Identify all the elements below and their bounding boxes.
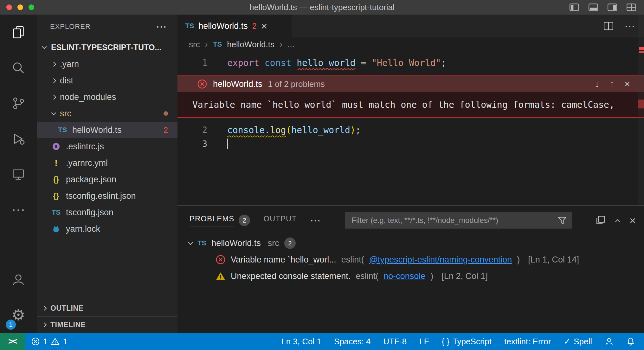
problems-tree: TS helloWorld.ts src 2 Variable name `he… — [177, 235, 644, 284]
code-line-2[interactable]: 2 console.log(hello_world); — [177, 123, 644, 137]
outline-section[interactable]: OUTLINE — [37, 300, 177, 316]
item-label: package.json — [66, 175, 116, 185]
sidebar-item-dist[interactable]: dist — [37, 72, 177, 89]
sidebar-item-eslintrc-js[interactable]: .eslintrc.js — [37, 138, 177, 155]
chevron-down-icon — [51, 110, 56, 115]
status-bar: >< 1 1 Ln 3, Col 1 Spaces: 4 UTF-8 LF { … — [0, 333, 644, 350]
problem-row-error[interactable]: Variable name `hello_worl... eslint(@typ… — [177, 251, 644, 268]
tab-output[interactable]: OUTPUT — [263, 214, 297, 226]
timeline-section[interactable]: TIMELINE — [37, 316, 177, 333]
code-line-1[interactable]: 1 export const hello_world = "Hello Worl… — [177, 56, 644, 70]
toggle-panel-icon[interactable] — [588, 3, 598, 11]
language-mode-status[interactable]: { } TypeScript — [435, 333, 498, 350]
customize-layout-icon[interactable] — [626, 3, 636, 11]
minimize-window-button[interactable] — [17, 4, 23, 10]
rule-link[interactable]: @typescript-eslint/naming-convention — [369, 255, 512, 265]
problems-status[interactable]: 1 1 — [25, 333, 74, 350]
cursor-position-status[interactable]: Ln 3, Col 1 — [275, 333, 328, 350]
explorer-title: EXPLORER — [50, 23, 91, 31]
sidebar-item-package-json[interactable]: {} package.json — [37, 171, 177, 188]
close-window-button[interactable] — [6, 4, 12, 10]
sidebar-item-src[interactable]: src — [37, 105, 177, 122]
indentation-status[interactable]: Spaces: 4 — [328, 333, 377, 350]
remote-indicator[interactable]: >< — [0, 333, 25, 350]
tab-label: helloWorld.ts — [198, 21, 248, 31]
close-panel-icon[interactable]: × — [629, 215, 636, 226]
notifications-bell-icon[interactable] — [620, 333, 641, 350]
sidebar-item-yarn-folder[interactable]: .yarn — [37, 56, 177, 72]
chevron-down-icon — [188, 240, 193, 245]
breadcrumb-folder[interactable]: src — [189, 40, 200, 49]
additional-views-icon[interactable]: ⋯ — [0, 192, 37, 228]
previous-problem-icon[interactable]: ↑ — [609, 79, 614, 89]
chevron-right-icon — [42, 306, 47, 311]
tab-problems[interactable]: PROBLEMS 2 — [190, 214, 250, 226]
tab-helloworld-ts[interactable]: TS helloWorld.ts 2 × — [177, 15, 292, 37]
explorer-more-icon[interactable]: ⋯ — [156, 24, 167, 29]
code-text: export const hello_world = "Hello World"… — [227, 58, 446, 68]
peek-message: Variable name `hello_world` must match o… — [177, 92, 644, 117]
sidebar-item-tsconfig-eslint-json[interactable]: {} tsconfig.eslint.json — [37, 188, 177, 204]
code-line-3[interactable]: 3 — [177, 137, 644, 151]
yarn-icon — [51, 224, 61, 233]
problem-source-close: ) — [517, 255, 520, 265]
sidebar-item-node-modules[interactable]: node_modules — [37, 89, 177, 105]
feedback-icon[interactable] — [598, 333, 620, 350]
split-editor-icon[interactable] — [603, 21, 614, 31]
source-control-icon[interactable] — [0, 86, 37, 121]
warning-icon — [216, 271, 226, 281]
code-text — [227, 139, 228, 149]
error-icon — [216, 255, 226, 265]
sidebar-item-yarn-lock[interactable]: yarn.lock — [37, 221, 177, 237]
ts-file-icon: TS — [197, 239, 206, 247]
spell-status[interactable]: ✓ Spell — [557, 333, 598, 350]
settings-badge: 1 — [6, 320, 16, 330]
breadcrumb-file[interactable]: helloWorld.ts — [227, 40, 274, 49]
explorer-icon[interactable] — [0, 15, 37, 50]
sidebar-item-tsconfig-json[interactable]: TS tsconfig.json — [37, 204, 177, 221]
next-problem-icon[interactable]: ↓ — [595, 79, 599, 89]
settings-gear-icon[interactable]: ⚙ 1 — [0, 297, 37, 333]
run-debug-icon[interactable] — [0, 121, 37, 157]
line-number-active[interactable]: 3 — [177, 139, 207, 149]
breadcrumb-symbol[interactable]: ... — [287, 40, 294, 49]
collapse-all-icon[interactable] — [596, 215, 606, 225]
sidebar-item-helloworld-ts[interactable]: TS helloWorld.ts 2 — [37, 122, 177, 138]
group-file-name: helloWorld.ts — [211, 238, 261, 248]
title-bar: helloWorld.ts — eslint-typescript-tutori… — [0, 0, 644, 15]
eslint-icon — [51, 143, 61, 150]
problems-filter-input[interactable] — [351, 216, 557, 225]
section-label: OUTLINE — [50, 304, 83, 313]
search-icon[interactable] — [0, 50, 37, 86]
line-number[interactable]: 2 — [177, 125, 207, 135]
chevron-right-icon — [51, 62, 56, 67]
remote-explorer-icon[interactable] — [0, 157, 37, 192]
close-peek-icon[interactable]: × — [624, 79, 630, 89]
accounts-icon[interactable] — [0, 262, 37, 297]
filter-funnel-icon[interactable] — [557, 216, 567, 225]
sidebar-item-yarnrc-yml[interactable]: ! .yarnrc.yml — [37, 155, 177, 171]
problems-filter[interactable] — [345, 212, 572, 229]
panel-more-tabs-icon[interactable]: ⋯ — [310, 218, 321, 223]
line-number[interactable]: 1 — [177, 58, 207, 68]
toggle-sidebar-icon[interactable] — [569, 3, 579, 11]
textlint-status[interactable]: textlint: Error — [498, 333, 557, 350]
maximize-panel-icon[interactable] — [615, 219, 620, 224]
encoding-status[interactable]: UTF-8 — [377, 333, 413, 350]
project-root-row[interactable]: ESLINT-TYPESCRIPT-TUTO... — [37, 39, 177, 56]
problems-file-group[interactable]: TS helloWorld.ts src 2 — [177, 235, 644, 251]
close-tab-icon[interactable]: × — [261, 21, 267, 31]
overview-ruler-scrollbar[interactable] — [638, 15, 644, 205]
editor-and-panel: TS helloWorld.ts 2 × ⋯ src › — [177, 15, 644, 333]
eol-status[interactable]: LF — [413, 333, 435, 350]
toggle-secondary-sidebar-icon[interactable] — [607, 3, 617, 11]
remote-icon: >< — [8, 337, 16, 347]
code-editor[interactable]: 1 export const hello_world = "Hello Worl… — [177, 51, 644, 205]
more-actions-icon[interactable]: ⋯ — [624, 23, 635, 29]
ts-file-icon: TS — [57, 126, 68, 134]
problem-location: [Ln 2, Col 1] — [441, 271, 488, 281]
rule-link[interactable]: no-console — [383, 271, 425, 281]
zoom-window-button[interactable] — [29, 4, 34, 10]
problem-row-warning[interactable]: Unexpected console statement. eslint(no-… — [177, 268, 644, 284]
error-icon — [31, 337, 40, 346]
